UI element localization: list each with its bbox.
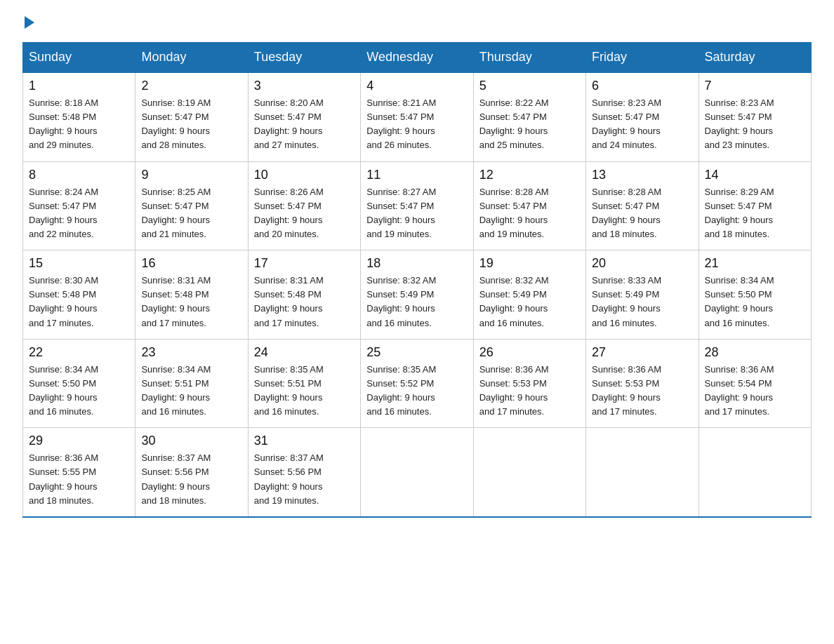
logo [22,17,34,29]
calendar-cell: 1 Sunrise: 8:18 AMSunset: 5:48 PMDayligh… [23,72,135,161]
day-info: Sunrise: 8:31 AMSunset: 5:48 PMDaylight:… [141,274,241,330]
day-number: 8 [29,168,129,182]
day-number: 16 [141,256,241,271]
calendar-cell: 8 Sunrise: 8:24 AMSunset: 5:47 PMDayligh… [23,161,135,250]
day-header-saturday: Saturday [699,43,811,73]
day-info: Sunrise: 8:28 AMSunset: 5:47 PMDaylight:… [479,185,580,242]
day-number: 4 [366,79,467,93]
day-number: 30 [141,434,241,448]
calendar-cell: 13 Sunrise: 8:28 AMSunset: 5:47 PMDaylig… [586,161,699,250]
day-info: Sunrise: 8:35 AMSunset: 5:51 PMDaylight:… [254,363,355,420]
week-row-3: 15 Sunrise: 8:30 AMSunset: 5:48 PMDaylig… [23,250,812,340]
day-info: Sunrise: 8:22 AMSunset: 5:47 PMDaylight:… [479,96,580,153]
day-number: 24 [254,345,355,360]
day-number: 12 [479,168,580,182]
day-info: Sunrise: 8:23 AMSunset: 5:47 PMDaylight:… [592,96,692,153]
day-number: 23 [141,345,241,360]
day-info: Sunrise: 8:26 AMSunset: 5:47 PMDaylight:… [254,185,355,242]
day-info: Sunrise: 8:28 AMSunset: 5:47 PMDaylight:… [592,185,692,242]
day-info: Sunrise: 8:36 AMSunset: 5:53 PMDaylight:… [479,363,580,420]
day-header-friday: Friday [586,43,699,73]
calendar-cell: 12 Sunrise: 8:28 AMSunset: 5:47 PMDaylig… [473,161,585,250]
day-number: 2 [141,79,241,93]
calendar-cell: 29 Sunrise: 8:36 AMSunset: 5:55 PMDaylig… [23,428,135,517]
calendar-cell: 14 Sunrise: 8:29 AMSunset: 5:47 PMDaylig… [699,161,811,250]
day-number: 15 [29,256,129,271]
day-number: 20 [592,256,692,271]
day-number: 6 [592,79,692,93]
day-number: 26 [479,345,580,360]
calendar-cell: 24 Sunrise: 8:35 AMSunset: 5:51 PMDaylig… [248,339,360,428]
calendar-cell: 30 Sunrise: 8:37 AMSunset: 5:56 PMDaylig… [135,428,248,517]
day-info: Sunrise: 8:36 AMSunset: 5:54 PMDaylight:… [705,363,805,420]
week-row-1: 1 Sunrise: 8:18 AMSunset: 5:48 PMDayligh… [23,72,812,161]
day-info: Sunrise: 8:29 AMSunset: 5:47 PMDaylight:… [705,185,805,242]
calendar-cell: 23 Sunrise: 8:34 AMSunset: 5:51 PMDaylig… [135,339,248,428]
day-info: Sunrise: 8:35 AMSunset: 5:52 PMDaylight:… [366,363,467,420]
day-number: 9 [141,168,241,182]
logo-blue-block [22,17,34,29]
day-header-tuesday: Tuesday [248,43,360,73]
calendar-cell [699,428,811,517]
days-of-week-row: SundayMondayTuesdayWednesdayThursdayFrid… [23,43,812,73]
day-info: Sunrise: 8:36 AMSunset: 5:53 PMDaylight:… [592,363,692,420]
logo-triangle-icon [25,16,34,29]
day-number: 1 [29,79,129,93]
calendar-cell: 22 Sunrise: 8:34 AMSunset: 5:50 PMDaylig… [23,339,135,428]
day-number: 31 [254,434,355,448]
calendar-header: SundayMondayTuesdayWednesdayThursdayFrid… [23,43,812,73]
calendar-cell: 19 Sunrise: 8:32 AMSunset: 5:49 PMDaylig… [473,250,585,340]
calendar-cell: 16 Sunrise: 8:31 AMSunset: 5:48 PMDaylig… [135,250,248,340]
day-number: 11 [366,168,467,182]
day-info: Sunrise: 8:34 AMSunset: 5:50 PMDaylight:… [705,274,805,330]
day-number: 3 [254,79,355,93]
day-info: Sunrise: 8:32 AMSunset: 5:49 PMDaylight:… [479,274,580,330]
calendar-body: 1 Sunrise: 8:18 AMSunset: 5:48 PMDayligh… [23,72,812,517]
calendar-cell: 11 Sunrise: 8:27 AMSunset: 5:47 PMDaylig… [361,161,473,250]
calendar-cell: 15 Sunrise: 8:30 AMSunset: 5:48 PMDaylig… [23,250,135,340]
day-info: Sunrise: 8:36 AMSunset: 5:55 PMDaylight:… [29,451,129,508]
day-info: Sunrise: 8:37 AMSunset: 5:56 PMDaylight:… [141,451,241,508]
day-number: 18 [366,256,467,271]
day-number: 25 [366,345,467,360]
day-info: Sunrise: 8:25 AMSunset: 5:47 PMDaylight:… [141,185,241,242]
day-header-thursday: Thursday [473,43,585,73]
day-number: 5 [479,79,580,93]
day-info: Sunrise: 8:21 AMSunset: 5:47 PMDaylight:… [366,96,467,153]
calendar-cell: 3 Sunrise: 8:20 AMSunset: 5:47 PMDayligh… [248,72,360,161]
day-info: Sunrise: 8:27 AMSunset: 5:47 PMDaylight:… [366,185,467,242]
calendar-cell: 4 Sunrise: 8:21 AMSunset: 5:47 PMDayligh… [361,72,473,161]
day-info: Sunrise: 8:31 AMSunset: 5:48 PMDaylight:… [254,274,355,330]
day-number: 28 [705,345,805,360]
day-info: Sunrise: 8:37 AMSunset: 5:56 PMDaylight:… [254,451,355,508]
day-info: Sunrise: 8:24 AMSunset: 5:47 PMDaylight:… [29,185,129,242]
day-number: 21 [705,256,805,271]
day-number: 7 [705,79,805,93]
calendar-cell: 17 Sunrise: 8:31 AMSunset: 5:48 PMDaylig… [248,250,360,340]
calendar-cell: 6 Sunrise: 8:23 AMSunset: 5:47 PMDayligh… [586,72,699,161]
calendar-cell: 31 Sunrise: 8:37 AMSunset: 5:56 PMDaylig… [248,428,360,517]
calendar-cell: 20 Sunrise: 8:33 AMSunset: 5:49 PMDaylig… [586,250,699,340]
page-header [22,17,812,29]
day-info: Sunrise: 8:23 AMSunset: 5:47 PMDaylight:… [705,96,805,153]
calendar-cell: 27 Sunrise: 8:36 AMSunset: 5:53 PMDaylig… [586,339,699,428]
calendar-table: SundayMondayTuesdayWednesdayThursdayFrid… [22,42,812,518]
day-info: Sunrise: 8:20 AMSunset: 5:47 PMDaylight:… [254,96,355,153]
day-number: 13 [592,168,692,182]
day-number: 19 [479,256,580,271]
week-row-4: 22 Sunrise: 8:34 AMSunset: 5:50 PMDaylig… [23,339,812,428]
day-number: 17 [254,256,355,271]
day-number: 27 [592,345,692,360]
calendar-cell: 9 Sunrise: 8:25 AMSunset: 5:47 PMDayligh… [135,161,248,250]
calendar-cell [586,428,699,517]
week-row-2: 8 Sunrise: 8:24 AMSunset: 5:47 PMDayligh… [23,161,812,250]
calendar-cell: 21 Sunrise: 8:34 AMSunset: 5:50 PMDaylig… [699,250,811,340]
day-info: Sunrise: 8:18 AMSunset: 5:48 PMDaylight:… [29,96,129,153]
calendar-cell: 18 Sunrise: 8:32 AMSunset: 5:49 PMDaylig… [361,250,473,340]
calendar-cell: 28 Sunrise: 8:36 AMSunset: 5:54 PMDaylig… [699,339,811,428]
day-number: 14 [705,168,805,182]
day-info: Sunrise: 8:34 AMSunset: 5:51 PMDaylight:… [141,363,241,420]
week-row-5: 29 Sunrise: 8:36 AMSunset: 5:55 PMDaylig… [23,428,812,517]
calendar-cell: 25 Sunrise: 8:35 AMSunset: 5:52 PMDaylig… [361,339,473,428]
day-header-sunday: Sunday [23,43,135,73]
